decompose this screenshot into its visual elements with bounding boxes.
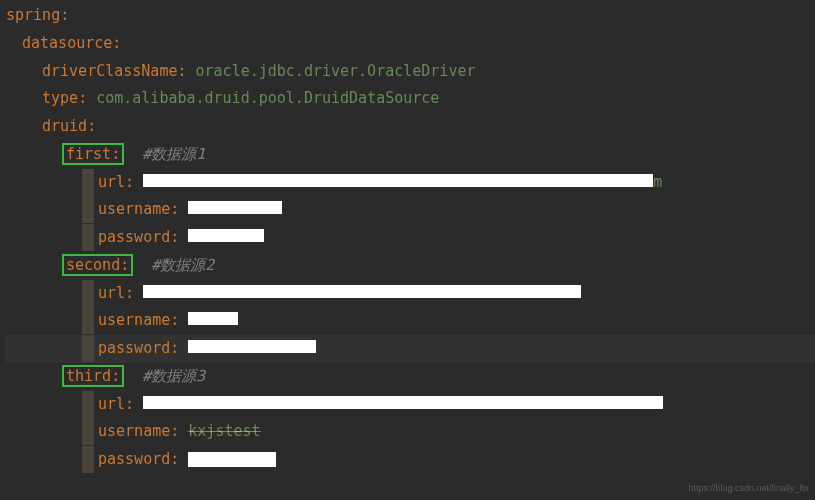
fold-guide-icon bbox=[82, 335, 94, 362]
yaml-line-password1: password: bbox=[6, 224, 815, 252]
redacted-text bbox=[188, 201, 282, 214]
yaml-line-password3: password: bbox=[6, 446, 815, 474]
fold-guide-icon bbox=[82, 418, 94, 445]
fold-guide-icon bbox=[82, 224, 94, 251]
highlight-box-second: second: bbox=[62, 254, 133, 276]
yaml-value: oracle.jdbc.driver.OracleDriver bbox=[196, 62, 476, 80]
yaml-line-username1: username: bbox=[6, 196, 815, 224]
yaml-line-password2: password: bbox=[6, 335, 815, 363]
redacted-text bbox=[143, 396, 663, 409]
redacted-text bbox=[143, 174, 653, 187]
redacted-text bbox=[188, 229, 264, 242]
fold-guide-icon bbox=[82, 280, 94, 307]
yaml-key: driverClassName bbox=[42, 62, 177, 80]
yaml-key: druid bbox=[42, 117, 87, 135]
yaml-line-first: first: #数据源1 bbox=[6, 141, 815, 169]
fold-guide-icon bbox=[82, 446, 94, 473]
yaml-key: spring bbox=[6, 6, 60, 24]
yaml-value-struck: kxjstest bbox=[188, 422, 260, 440]
redacted-text bbox=[188, 340, 316, 353]
yaml-line-druid: druid: bbox=[6, 113, 815, 141]
fold-guide-icon bbox=[82, 169, 94, 196]
redacted-text bbox=[188, 312, 238, 325]
redacted-text bbox=[143, 285, 581, 298]
fold-guide-icon bbox=[82, 391, 94, 418]
yaml-line-third: third: #数据源3 bbox=[6, 363, 815, 391]
yaml-line-username3: username: kxjstest bbox=[6, 418, 815, 446]
yaml-line-second: second: #数据源2 bbox=[6, 252, 815, 280]
yaml-key: type bbox=[42, 89, 78, 107]
yaml-line-url2: url: bbox=[6, 280, 815, 308]
yaml-line-url3: url: bbox=[6, 391, 815, 419]
fold-guide-icon bbox=[82, 196, 94, 223]
yaml-line-spring: spring: bbox=[6, 2, 815, 30]
yaml-line-username2: username: bbox=[6, 307, 815, 335]
yaml-comment: #数据源3 bbox=[142, 367, 205, 385]
highlight-box-third: third: bbox=[62, 365, 124, 387]
yaml-value: com.alibaba.druid.pool.DruidDataSource bbox=[96, 89, 439, 107]
yaml-key: datasource bbox=[22, 34, 112, 52]
yaml-comment: #数据源1 bbox=[142, 145, 205, 163]
redacted-text bbox=[188, 452, 276, 467]
yaml-line-driver: driverClassName: oracle.jdbc.driver.Orac… bbox=[6, 58, 815, 86]
highlight-box-first: first: bbox=[62, 143, 124, 165]
yaml-line-datasource: datasource: bbox=[6, 30, 815, 58]
yaml-line-url1: url: m bbox=[6, 169, 815, 197]
watermark-text: https://blog.csdn.net/finally_ftx bbox=[688, 480, 809, 497]
fold-guide-icon bbox=[82, 307, 94, 334]
yaml-line-type: type: com.alibaba.druid.pool.DruidDataSo… bbox=[6, 85, 815, 113]
yaml-comment: #数据源2 bbox=[151, 256, 214, 274]
